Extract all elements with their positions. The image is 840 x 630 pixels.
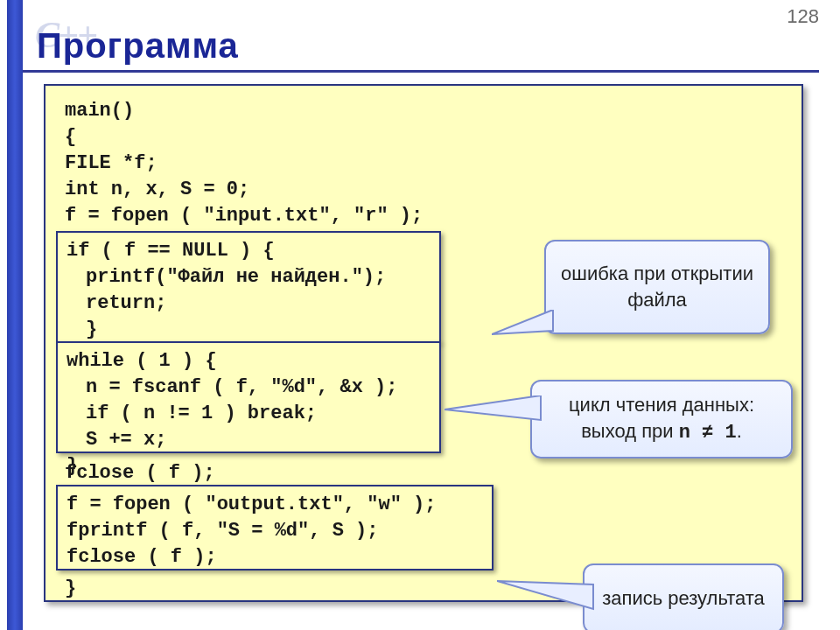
slide: 128 C++ Программа main() { FILE *f; int …	[0, 0, 840, 630]
svg-marker-1	[444, 396, 541, 420]
code-line: n = fscanf ( f, "%d", &x );	[86, 374, 397, 401]
svg-marker-2	[497, 581, 593, 609]
code-line: main()	[65, 98, 134, 124]
code-line: if ( n != 1 ) break;	[86, 401, 317, 427]
code-text: S += x;	[86, 429, 166, 451]
callout-error: ошибка при открытии файла	[544, 240, 770, 334]
code-line: return;	[86, 290, 166, 317]
callout-mono: n ≠ 1	[679, 422, 737, 444]
code-line: while ( 1 ) {	[66, 348, 217, 374]
code-line: }	[65, 576, 76, 602]
code-line: if ( f == NULL ) {	[66, 238, 275, 264]
code-line: fclose ( f );	[66, 544, 217, 570]
code-line: fprintf ( f, "S = %d", S );	[66, 518, 378, 544]
page-number: 128	[787, 5, 819, 28]
code-line: f = fopen ( "input.txt", "r" );	[65, 203, 423, 229]
callout-pointer-icon	[444, 396, 541, 439]
callout-text: ошибка при открытии файла	[558, 261, 756, 312]
svg-marker-0	[492, 310, 553, 334]
callout-pointer-icon	[492, 310, 553, 336]
callout-write: запись результата	[583, 564, 784, 630]
code-panel: main() { FILE *f; int n, x, S = 0; f = f…	[44, 84, 803, 602]
title-underline	[23, 70, 819, 73]
code-block-while: while ( 1 ) { n = fscanf ( f, "%d", &x )…	[56, 341, 441, 453]
left-accent-bar	[7, 0, 23, 630]
callout-text: выход при n ≠ 1.	[581, 418, 742, 446]
callout-loop: цикл чтения данных: выход при n ≠ 1.	[530, 380, 793, 458]
code-line: {	[65, 124, 76, 150]
callout-text: цикл чтения данных:	[569, 392, 754, 418]
code-line: fclose ( f );	[65, 460, 215, 486]
callout-pointer-icon	[497, 579, 593, 623]
code-line: f = fopen ( "output.txt", "w" );	[66, 492, 436, 518]
code-line: int n, x, S = 0;	[65, 177, 249, 203]
callout-text-part: .	[737, 420, 742, 442]
code-line: }	[86, 317, 97, 343]
code-block-output: f = fopen ( "output.txt", "w" ); fprintf…	[56, 485, 494, 570]
code-line: FILE *f;	[65, 150, 158, 177]
code-line: printf("Файл не найден.");	[86, 264, 386, 290]
callout-text: запись результата	[602, 585, 765, 612]
code-block-if: if ( f == NULL ) { printf("Файл не найде…	[56, 231, 441, 343]
page-title: Программа	[37, 26, 239, 66]
callout-text-part: выход при	[581, 420, 679, 442]
